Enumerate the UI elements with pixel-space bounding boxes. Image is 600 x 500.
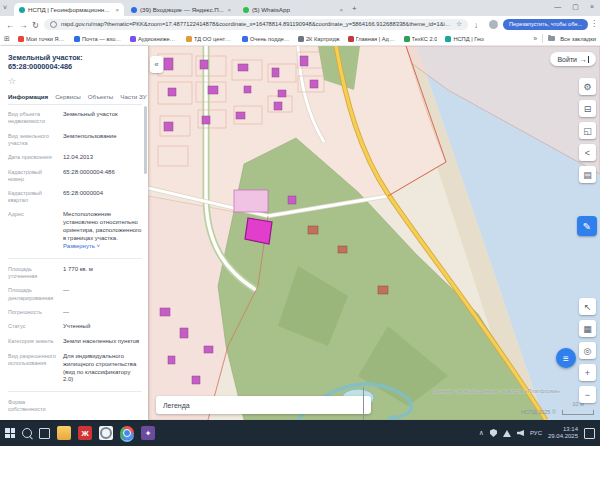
my-location-button[interactable]: ◎ — [579, 342, 596, 359]
favorite-star-icon[interactable]: ☆ — [8, 76, 142, 86]
new-tab-button[interactable]: + — [352, 4, 357, 13]
notification-center-button[interactable] — [584, 428, 595, 439]
zoom-out-button[interactable]: − — [579, 386, 596, 403]
legend-expand-icon[interactable] — [363, 387, 364, 420]
settings-button[interactable]: ⚙ — [579, 78, 596, 95]
window-close-button[interactable]: × — [590, 3, 594, 11]
expand-address-link[interactable]: Развернуть ˅ — [63, 243, 100, 251]
site-info-icon[interactable] — [50, 21, 57, 28]
field-row: Кадастровый номер65:28:0000004:486 — [8, 169, 142, 183]
browser-tab-strip: ˅ НСПД | Геоинформационн... × (39) Входя… — [0, 0, 600, 16]
tab-services[interactable]: Сервисы — [55, 93, 81, 100]
tab-close-icon[interactable]: × — [227, 7, 231, 13]
tray-shield-icon[interactable] — [490, 429, 497, 437]
fullscreen-button[interactable]: ◱ — [579, 122, 596, 139]
window-maximize-button[interactable]: ▢ — [572, 3, 579, 11]
all-bookmarks-folder-icon — [548, 36, 555, 41]
quick-menu-fab[interactable]: ≡ — [556, 348, 576, 368]
tab-parcel-parts[interactable]: Части ЗУ — [120, 93, 146, 100]
file-explorer-icon[interactable] — [57, 426, 71, 440]
tray-language[interactable]: РУС — [530, 430, 542, 436]
tab-search-icon[interactable]: ˅ — [3, 4, 7, 11]
tab-objects[interactable]: Объекты — [88, 93, 114, 100]
bookmark-item[interactable]: ТехКС 2.0 — [404, 36, 438, 42]
tab-favicon — [19, 7, 25, 13]
bookmark-item[interactable]: Мои точки Яндекс — [18, 36, 66, 42]
tab-title: (5) WhatsApp — [252, 6, 336, 13]
bookmark-item[interactable]: Аудиокнижечка... — [130, 36, 178, 42]
task-view-button[interactable] — [39, 428, 50, 439]
bookmark-favicon — [18, 36, 24, 42]
print-button[interactable]: ▤ — [579, 166, 596, 183]
bookmark-label: 2К Картридж — [306, 36, 340, 42]
browser-tab-mail[interactable]: (39) Входящие — Яндекс.П... × — [126, 3, 236, 16]
browser-tab-nspd[interactable]: НСПД | Геоинформационн... × — [14, 3, 124, 16]
bookmark-label: Главная | Админ... — [356, 36, 396, 42]
taskbar-clock[interactable]: 13:14 29.04.2025 — [548, 426, 578, 441]
share-button[interactable]: < — [579, 144, 596, 161]
scale-bar — [562, 410, 594, 415]
tab-close-icon[interactable]: × — [339, 7, 343, 13]
field-row: Вид земельного участкаЗемлепользование — [8, 133, 142, 147]
tab-information[interactable]: Информация — [8, 93, 48, 100]
tab-close-icon[interactable]: × — [115, 7, 119, 13]
browser-tab-whatsapp[interactable]: (5) WhatsApp × — [238, 3, 348, 16]
tray-volume-icon[interactable] — [517, 430, 524, 436]
field-row: Категория земельЗемли населенных пунктов — [8, 338, 142, 346]
bookmark-item[interactable]: Главная | Админ... — [348, 36, 396, 42]
start-button[interactable] — [5, 428, 15, 438]
window-minimize-button[interactable]: — — [554, 3, 561, 11]
tab-title: НСПД | Геоинформационн... — [28, 6, 112, 13]
bookmark-label: Очень поддерж... — [250, 36, 290, 42]
bookmark-favicon — [298, 36, 304, 42]
clock-time: 13:14 — [563, 426, 578, 432]
field-row: Кадастровый квартал65:28:0000004 — [8, 190, 142, 204]
legend-bar[interactable]: Легенда — [156, 396, 371, 414]
bookmark-favicon — [404, 36, 410, 42]
bookmark-item[interactable]: Очень поддерж... — [242, 36, 290, 42]
grey-app-icon[interactable] — [99, 426, 113, 440]
bookmark-star-icon[interactable]: ☆ — [456, 20, 462, 28]
address-bar[interactable]: nspd.gov.ru/map?thematic=PKK&zoom=17.487… — [44, 19, 468, 30]
bookmarks-overflow-icon[interactable]: » — [533, 35, 537, 42]
collapse-panel-button[interactable]: « — [150, 56, 163, 73]
bookmark-favicon — [348, 36, 354, 42]
tray-network-icon[interactable] — [503, 430, 511, 437]
reload-button[interactable]: ↻ — [32, 20, 39, 30]
back-button[interactable]: ← — [6, 20, 15, 30]
forward-button[interactable]: → — [19, 20, 28, 30]
layers-button[interactable]: ⊟ — [579, 100, 596, 117]
basemap-button[interactable]: ▦ — [579, 320, 596, 337]
chrome-icon[interactable] — [120, 426, 134, 440]
all-bookmarks-button[interactable]: Все закладки — [560, 36, 596, 42]
cursor-tool-button[interactable]: ↖ — [579, 298, 596, 315]
map-container: « Войти → ⚙ ⊟ ◱ < ▤ ✎ ↖ ▦ ◎ + − ≡ Легенд… — [148, 46, 600, 420]
field-row: Вид объекта недвижимостиЗемельный участо… — [8, 111, 142, 125]
tray-expand-icon[interactable]: ∧ — [479, 429, 484, 437]
window-controls: — ▢ × — [554, 3, 594, 11]
download-icon[interactable]: ↓ — [474, 20, 478, 30]
bookmark-label: Почта — вход о... — [82, 36, 122, 42]
map-canvas[interactable] — [148, 46, 600, 420]
divider — [8, 391, 142, 392]
bookmark-item[interactable]: ТД ОО централ... — [186, 36, 234, 42]
browser-menu-icon[interactable]: ⋮ — [590, 19, 598, 28]
measure-tool-button[interactable]: ✎ — [577, 216, 597, 236]
bookmark-item[interactable]: НСПД | Геоинформ... — [445, 36, 483, 42]
panel-scrollbar[interactable] — [144, 106, 147, 174]
restart-to-update-button[interactable]: Перезапустить, чтобы обн... — [503, 19, 588, 30]
bookmark-item[interactable]: 2К Картридж — [298, 36, 340, 42]
tab-favicon — [131, 7, 137, 13]
violet-app-icon[interactable]: ✦ — [141, 426, 155, 440]
tab-favicon — [243, 7, 249, 13]
apps-grid-icon[interactable]: ⊞ — [4, 35, 10, 43]
legend-label: Легенда — [163, 402, 190, 409]
profile-avatar[interactable] — [489, 20, 498, 29]
selected-parcel[interactable] — [245, 218, 272, 244]
login-button[interactable]: Войти → — [550, 52, 596, 66]
taskbar-search-icon[interactable] — [22, 428, 32, 438]
field-row: Площадь декларированная— — [8, 287, 142, 301]
zoom-in-button[interactable]: + — [579, 364, 596, 381]
bookmark-item[interactable]: Почта — вход о... — [74, 36, 122, 42]
red-app-icon[interactable]: Ж — [78, 426, 92, 440]
